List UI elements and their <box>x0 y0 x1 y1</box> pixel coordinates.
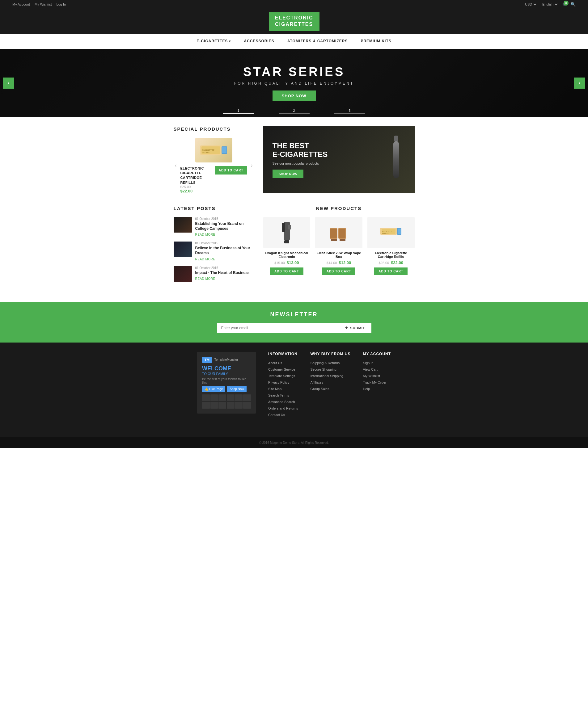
footer-col-information: INFORMATION About Us Customer Service Te… <box>268 352 298 419</box>
product-image-placeholder: CIGARETTE REFILLS <box>195 138 232 163</box>
list-item: Orders and Returns <box>268 406 298 410</box>
footer-bottom: © 2016 Magento Demo Store. All Rights Re… <box>0 437 588 448</box>
post-info-2: 01 October 2015 Believe in the Business … <box>195 241 254 261</box>
social-image-grid <box>202 394 251 409</box>
special-product-image: CIGARETTE REFILLS <box>181 138 247 163</box>
promo-title: THE BESTE-CIGARETTES <box>273 142 328 159</box>
list-item: Customer Service <box>268 367 298 371</box>
hero-next-button[interactable]: › <box>574 78 585 89</box>
list-item: About Us <box>268 361 298 365</box>
nav-item-atomizers[interactable]: ATOMIZERS & CARTOMIZERS <box>286 34 350 49</box>
cart-button[interactable]: 🛒 0 <box>562 2 567 6</box>
special-products-section: SPECIAL PRODUCTS ‹ CIGARETTE REFILLS <box>174 126 254 194</box>
facebook-like-button[interactable]: 👍 Like Page <box>202 386 225 392</box>
list-item: Sign In <box>363 361 391 365</box>
footer-link-privacy[interactable]: Privacy Policy <box>268 381 289 384</box>
newsletter-submit-button[interactable]: ✈ SUBMIT <box>339 323 371 333</box>
hero-shop-now-button[interactable]: SHOP NOW <box>273 90 316 101</box>
footer-col-my-account-title: MY ACCOUNT <box>363 352 391 356</box>
post-img-inner-1 <box>174 217 192 233</box>
newsletter-section: NEWSLETTER ✈ SUBMIT <box>0 302 588 343</box>
product-card-add-button-2[interactable]: ADD TO CART <box>322 267 356 275</box>
footer-link-customer-service[interactable]: Customer Service <box>268 368 295 371</box>
search-icon[interactable]: 🔍 <box>570 2 576 7</box>
header: ELECTRONIC CIGARETTES <box>0 9 588 34</box>
device-tip <box>394 135 398 142</box>
send-icon: ✈ <box>345 326 348 330</box>
shop-button[interactable]: Shop Now <box>227 386 246 392</box>
product-card-3: CIGARETTE REFILLS Electronic Cigarette C… <box>368 217 415 275</box>
footer-link-my-wishlist[interactable]: My Wishlist <box>363 374 380 378</box>
newsletter-email-input[interactable] <box>217 323 339 333</box>
currency-select[interactable]: USD <box>524 2 537 6</box>
social-buttons: 👍 Like Page Shop Now <box>202 386 251 392</box>
product-card-price-new-3: $22.00 <box>391 260 403 265</box>
newsletter-form: ✈ SUBMIT <box>217 323 372 333</box>
list-item: Help <box>363 386 391 391</box>
social-img-7 <box>202 402 210 409</box>
hero-prev-button[interactable]: ‹ <box>3 78 14 89</box>
nav-item-accessories[interactable]: ACCESSORIES <box>242 34 276 49</box>
list-item: Site Map <box>268 386 298 391</box>
read-more-1[interactable]: READ MORE <box>195 233 215 236</box>
footer-link-group-sales[interactable]: Group Sales <box>311 387 329 391</box>
svg-rect-11 <box>330 229 337 238</box>
post-title-2[interactable]: Believe in the Business of Your Dreams <box>195 246 254 255</box>
copyright-text: © 2016 Magento Demo Store. All Rights Re… <box>259 441 329 445</box>
footer-link-help[interactable]: Help <box>363 387 370 391</box>
template-monster-logo: TM <box>202 357 212 363</box>
post-image-1 <box>174 217 192 233</box>
social-img-10 <box>227 402 234 409</box>
hero-content: STAR SERIES FOR HIGH QUALITY AND LIFE EN… <box>234 65 354 101</box>
product-card-add-button-1[interactable]: ADD TO CART <box>270 267 303 275</box>
product-card-add-button-3[interactable]: ADD TO CART <box>374 267 407 275</box>
special-add-to-cart-button[interactable]: ADD TO CART <box>215 166 247 174</box>
read-more-3[interactable]: READ MORE <box>195 277 215 280</box>
footer-link-view-cart[interactable]: View Cart <box>363 368 377 371</box>
hero-dot-2[interactable] <box>279 113 310 114</box>
footer-col-information-title: INFORMATION <box>268 352 298 356</box>
product-card-prices-2: $14.00 $12.00 <box>315 260 362 265</box>
slider-next-button[interactable]: › <box>250 161 254 170</box>
social-welcome-text: Be the first of your friends to like thi… <box>202 378 251 384</box>
hero-dot-3[interactable] <box>334 113 365 114</box>
footer-link-template[interactable]: Template Settings <box>268 374 295 378</box>
footer-link-search-terms[interactable]: Search Terms <box>268 393 289 397</box>
nav-item-ecigarettes[interactable]: E-CIGARETTES <box>195 34 233 49</box>
footer-link-international[interactable]: International Shipping <box>311 374 343 378</box>
hero-dot-1[interactable] <box>223 113 254 114</box>
promo-subtitle: See our most popular products <box>273 161 328 165</box>
footer-link-orders[interactable]: Orders and Returns <box>268 407 298 410</box>
log-in-link[interactable]: Log In <box>57 2 66 6</box>
slider-prev-button[interactable]: ‹ <box>174 161 178 170</box>
product-card-price-new-1: $13.00 <box>287 260 299 265</box>
hero-dot-label-2: 2 <box>279 109 310 112</box>
footer-link-track-order[interactable]: Track My Order <box>363 381 386 384</box>
post-title-1[interactable]: Establishing Your Brand on College Campu… <box>195 221 254 231</box>
footer-link-advanced-search[interactable]: Advanced Search <box>268 400 295 404</box>
language-select[interactable]: English <box>541 2 559 6</box>
footer-link-sitemap[interactable]: Site Map <box>268 387 281 391</box>
hero-subtitle: FOR HIGH QUALITY AND LIFE ENJOYMENT <box>234 81 354 86</box>
social-img-2 <box>210 394 218 401</box>
post-title-3[interactable]: Impact - The Heart of Business <box>195 271 254 276</box>
logo[interactable]: ELECTRONIC CIGARETTES <box>269 12 319 31</box>
footer-link-affiliates[interactable]: Affiliates <box>311 381 323 384</box>
my-wishlist-link[interactable]: My Wishlist <box>35 2 52 6</box>
product-card-name-3: Electronic Cigarette Cartridge Refills <box>368 251 415 259</box>
svg-rect-3 <box>222 147 227 153</box>
product-card-prices-3: $25.00 $22.00 <box>368 260 415 265</box>
footer-link-about[interactable]: About Us <box>268 361 282 365</box>
footer-link-sign-in[interactable]: Sign In <box>363 361 373 365</box>
facebook-icon: 👍 <box>205 387 208 391</box>
footer-link-secure[interactable]: Secure Shopping <box>311 368 336 371</box>
read-more-2[interactable]: READ MORE <box>195 258 215 261</box>
footer-link-contact[interactable]: Contact Us <box>268 413 285 417</box>
product-card-price-old-1: $15.00 <box>274 261 285 265</box>
svg-rect-13 <box>339 229 345 238</box>
device-body <box>393 141 399 178</box>
nav-item-premium[interactable]: PREMIUM KITS <box>359 34 393 49</box>
promo-shop-now-button[interactable]: SHOP NOW <box>273 170 304 178</box>
footer-link-shipping[interactable]: Shipping & Returns <box>311 361 340 365</box>
my-account-link[interactable]: My Account <box>12 2 30 6</box>
